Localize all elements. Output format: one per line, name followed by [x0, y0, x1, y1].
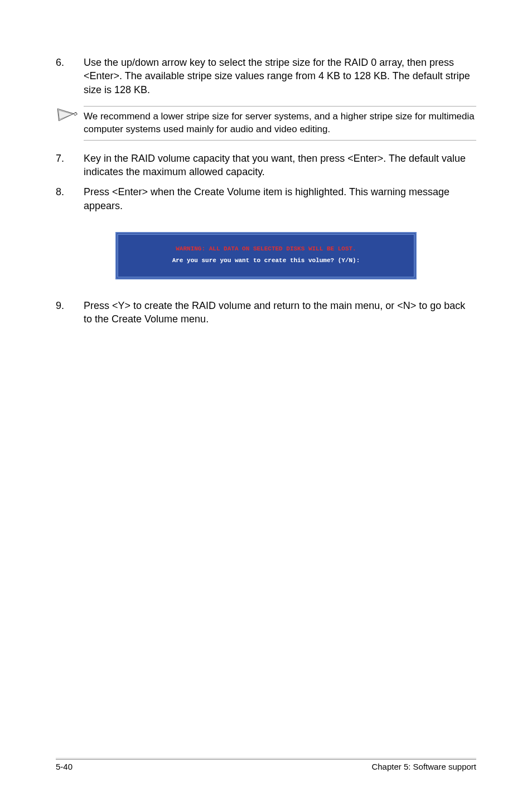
page-number: 5-40	[56, 762, 72, 771]
note-text: We recommend a lower stripe size for ser…	[84, 106, 476, 141]
item-number: 6.	[56, 56, 84, 96]
terminal-prompt: Are you sure you want to create this vol…	[135, 255, 397, 267]
item-text: Press <Y> to create the RAID volume and …	[84, 299, 476, 326]
list-item-9: 9. Press <Y> to create the RAID volume a…	[56, 299, 476, 326]
list-item-6: 6. Use the up/down arrow key to select t…	[56, 56, 476, 96]
page-content: 6. Use the up/down arrow key to select t…	[56, 56, 476, 326]
list-item-7: 7. Key in the RAID volume capacity that …	[56, 152, 476, 179]
chapter-title: Chapter 5: Software support	[371, 762, 476, 771]
item-text: Press <Enter> when the Create Volume ite…	[84, 185, 476, 212]
item-text: Key in the RAID volume capacity that you…	[84, 152, 476, 179]
item-number: 9.	[56, 299, 84, 326]
numbered-list: 6. Use the up/down arrow key to select t…	[56, 56, 476, 96]
terminal-box: WARNING: ALL DATA ON SELECTED DISKS WILL…	[115, 232, 417, 279]
item-number: 8.	[56, 185, 84, 212]
item-number: 7.	[56, 152, 84, 179]
page-footer: 5-40 Chapter 5: Software support	[56, 759, 476, 771]
numbered-list-cont2: 9. Press <Y> to create the RAID volume a…	[56, 299, 476, 326]
terminal-warning: WARNING: ALL DATA ON SELECTED DISKS WILL…	[135, 243, 397, 255]
note-block: We recommend a lower stripe size for ser…	[56, 103, 476, 143]
list-item-8: 8. Press <Enter> when the Create Volume …	[56, 185, 476, 212]
note-icon	[56, 106, 84, 127]
item-text: Use the up/down arrow key to select the …	[84, 56, 476, 96]
numbered-list-cont: 7. Key in the RAID volume capacity that …	[56, 152, 476, 212]
